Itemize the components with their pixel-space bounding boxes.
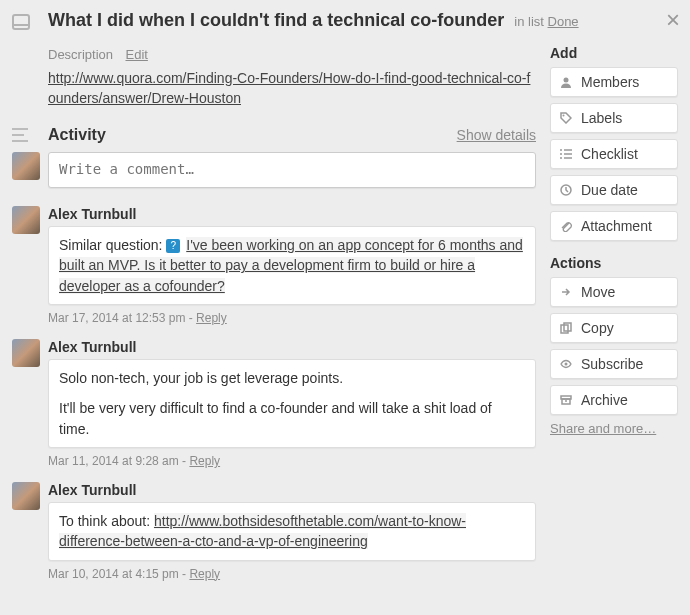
archive-button[interactable]: Archive <box>550 385 678 415</box>
close-icon[interactable]: × <box>666 6 680 34</box>
button-label: Copy <box>581 320 614 336</box>
copy-icon <box>559 322 573 334</box>
comment-text: To think about: <box>59 513 154 529</box>
attachment-icon <box>559 220 573 232</box>
checklist-icon <box>559 148 573 160</box>
svg-point-10 <box>560 149 562 151</box>
list-link[interactable]: Done <box>548 14 579 29</box>
clock-icon <box>559 184 573 196</box>
comment-text: Similar question: <box>59 237 166 253</box>
main-column: Description Edit http://www.quora.com/Fi… <box>12 45 536 595</box>
subscribe-button[interactable]: Subscribe <box>550 349 678 379</box>
button-label: Labels <box>581 110 622 126</box>
arrow-right-icon <box>559 286 573 298</box>
comment-author[interactable]: Alex Turnbull <box>48 206 536 222</box>
button-label: Members <box>581 74 639 90</box>
description-block: Description Edit http://www.quora.com/Fi… <box>48 45 536 108</box>
svg-point-6 <box>563 115 565 117</box>
new-comment-row <box>12 152 536 192</box>
link-badge-icon: ? <box>166 239 180 253</box>
svg-point-16 <box>565 363 568 366</box>
labels-button[interactable]: Labels <box>550 103 678 133</box>
sidebar-add-heading: Add <box>550 45 678 61</box>
comment: Alex Turnbull To think about: http://www… <box>12 482 536 581</box>
avatar[interactable] <box>12 206 40 234</box>
card-icon <box>12 14 30 30</box>
tag-icon <box>559 112 573 124</box>
sidebar: Add Members Labels Checklist Due date At… <box>550 45 678 595</box>
due-date-button[interactable]: Due date <box>550 175 678 205</box>
sidebar-actions-heading: Actions <box>550 255 678 271</box>
svg-point-12 <box>560 157 562 159</box>
button-label: Move <box>581 284 615 300</box>
button-label: Checklist <box>581 146 638 162</box>
avatar[interactable] <box>12 339 40 367</box>
comment-body: To think about: http://www.bothsidesofth… <box>48 502 536 561</box>
comment-body: Solo non-tech, your job is get leverage … <box>48 359 536 448</box>
description-link[interactable]: http://www.quora.com/Finding-Co-Founders… <box>48 69 536 108</box>
edit-description-link[interactable]: Edit <box>125 47 147 62</box>
activity-heading: Activity <box>48 126 457 144</box>
comment-input[interactable] <box>48 152 536 188</box>
reply-link[interactable]: Reply <box>189 454 220 468</box>
card-detail: × What I did when I couldn't find a tech… <box>0 0 690 615</box>
comment-author[interactable]: Alex Turnbull <box>48 482 536 498</box>
eye-icon <box>559 358 573 370</box>
members-button[interactable]: Members <box>550 67 678 97</box>
svg-point-5 <box>564 78 569 83</box>
comment-text: It'll be very very difficult to find a c… <box>59 398 525 439</box>
archive-icon <box>559 394 573 406</box>
button-label: Archive <box>581 392 628 408</box>
comment-timestamp: Mar 11, 2014 at 9:28 am <box>48 454 179 468</box>
user-icon <box>559 76 573 88</box>
comment-text: Solo non-tech, your job is get leverage … <box>59 368 525 388</box>
attachment-button[interactable]: Attachment <box>550 211 678 241</box>
share-more-link[interactable]: Share and more… <box>550 421 678 436</box>
breadcrumb: in list Done <box>514 14 578 29</box>
button-label: Attachment <box>581 218 652 234</box>
copy-button[interactable]: Copy <box>550 313 678 343</box>
comment-author[interactable]: Alex Turnbull <box>48 339 536 355</box>
comment-timestamp: Mar 10, 2014 at 4:15 pm <box>48 567 179 581</box>
show-details-link[interactable]: Show details <box>457 127 536 143</box>
activity-icon <box>12 127 48 143</box>
reply-link[interactable]: Reply <box>196 311 227 325</box>
svg-rect-0 <box>13 15 29 29</box>
comment: Alex Turnbull Solo non-tech, your job is… <box>12 339 536 468</box>
move-button[interactable]: Move <box>550 277 678 307</box>
description-label: Description <box>48 47 113 62</box>
svg-point-11 <box>560 153 562 155</box>
reply-link[interactable]: Reply <box>189 567 220 581</box>
avatar[interactable] <box>12 152 40 180</box>
card-title[interactable]: What I did when I couldn't find a techni… <box>48 10 504 31</box>
comment: Alex Turnbull Similar question: ? I've b… <box>12 206 536 325</box>
comment-timestamp: Mar 17, 2014 at 12:53 pm <box>48 311 185 325</box>
button-label: Due date <box>581 182 638 198</box>
comment-body: Similar question: ? I've been working on… <box>48 226 536 305</box>
button-label: Subscribe <box>581 356 643 372</box>
checklist-button[interactable]: Checklist <box>550 139 678 169</box>
avatar[interactable] <box>12 482 40 510</box>
